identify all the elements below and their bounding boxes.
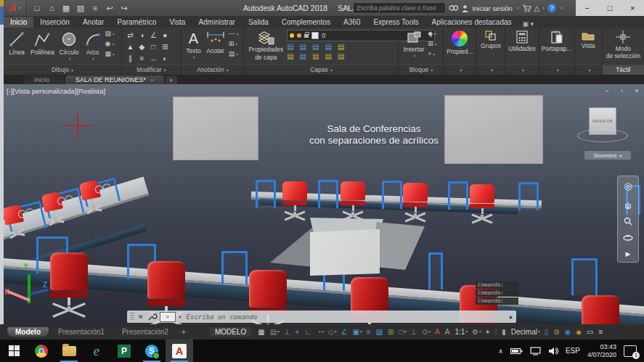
dimension-button[interactable]: Acotar	[205, 30, 227, 55]
circle-button[interactable]: Círculo ▾	[58, 30, 81, 62]
drawing-tab[interactable]: SALA DE REUNIONES*×	[65, 75, 164, 84]
layer-delete-icon[interactable]: ▤	[338, 52, 344, 60]
ribbon-tab[interactable]: Aplicaciones destacadas	[425, 17, 518, 28]
object-snap-icon[interactable]: ▣▾	[353, 329, 362, 336]
layer-lock-icon[interactable]: ▤	[325, 43, 332, 51]
create-block-icon[interactable]: ◆▾	[428, 30, 436, 38]
signin-button[interactable]: Iniciar sesión	[472, 4, 512, 12]
command-expand-icon[interactable]: ▲	[508, 314, 513, 319]
polyline-button[interactable]: Polilínea	[29, 30, 56, 57]
layer-prev-icon[interactable]: ▤	[287, 52, 293, 60]
units-icon[interactable]: ▮	[502, 329, 507, 336]
drawing-tab[interactable]: Inicio	[24, 75, 64, 84]
menu-icon[interactable]: ≡	[599, 329, 604, 336]
revcloud-icon[interactable]: ◉▾	[105, 40, 115, 49]
model-space-button[interactable]: MODELO	[210, 327, 251, 337]
line-button[interactable]: Línea	[7, 30, 27, 57]
polar-tracking-icon[interactable]: ◔▾	[317, 329, 324, 336]
command-input[interactable]	[185, 313, 505, 321]
a360-icon[interactable]: △▾	[534, 4, 545, 12]
ribbon-tab[interactable]: Inicio	[4, 17, 33, 28]
ribbon-tab[interactable]: A360	[337, 17, 367, 28]
erase-icon[interactable]: ●	[160, 30, 171, 41]
insert-block-button[interactable]: Insertar ▾	[402, 30, 425, 59]
layer-state-icon[interactable]: ▤	[300, 52, 306, 60]
layer-match-icon[interactable]: ▤	[338, 43, 344, 51]
new-layout-button[interactable]: +	[178, 328, 189, 336]
fillet-icon[interactable]: □	[148, 41, 159, 52]
stretch-icon[interactable]: ∥	[125, 53, 136, 64]
panel-label-portapapeles[interactable]: ▾	[539, 65, 574, 75]
close-button[interactable]: ×	[621, 0, 644, 16]
new-drawing-tab-button[interactable]: +	[166, 76, 177, 84]
language-indicator[interactable]: ESP	[566, 347, 580, 355]
isolate-objects-icon[interactable]: ⊘	[553, 329, 560, 336]
battery-icon[interactable]	[510, 347, 523, 355]
minimize-button[interactable]: −	[576, 0, 598, 16]
layout-tab[interactable]: Presentación2	[114, 327, 176, 337]
command-customize-wrench-icon[interactable]	[147, 313, 156, 321]
user-icon[interactable]	[461, 4, 469, 12]
panel-label-tactil[interactable]: Táctil	[603, 65, 644, 75]
new-file-icon[interactable]: □	[30, 1, 44, 15]
command-recent-caret-icon[interactable]: ▾	[179, 314, 182, 319]
save-as-icon[interactable]: ▧	[74, 1, 87, 15]
arc-button[interactable]: Arco ▾	[83, 30, 103, 62]
publisher-icon[interactable]: P	[110, 340, 138, 362]
tab-close-icon[interactable]: ×	[150, 77, 154, 83]
search-expand-icon[interactable]: ▶	[346, 5, 350, 11]
help-caret-icon[interactable]: ▾	[561, 6, 563, 10]
workspace-gear-icon[interactable]: ⚙▾	[472, 329, 481, 336]
panel-label-propiedades[interactable]: ▾	[444, 65, 476, 75]
viewport-controls[interactable]: [-][Vista personalizada][Realista]	[7, 87, 105, 95]
dynamic-input-icon[interactable]: +	[295, 329, 301, 336]
volume-icon[interactable]	[548, 347, 558, 355]
file-explorer-icon[interactable]	[55, 340, 83, 362]
maximize-button[interactable]: □	[598, 0, 621, 16]
graphics-performance-icon[interactable]: ◉	[565, 329, 572, 336]
edit-block-icon[interactable]: ⊞▾	[428, 40, 436, 49]
layer-properties-button[interactable]: Propiedades de capa	[247, 30, 285, 62]
command-prompt-icon[interactable]: >	[160, 312, 176, 322]
object-snap-tracking-icon[interactable]: ∠	[341, 329, 349, 336]
infer-constraints-icon[interactable]: ⊥	[284, 329, 291, 336]
leader-icon[interactable]: ―▾	[229, 30, 239, 38]
panel-label-modificar[interactable]: Modificar▾	[122, 65, 181, 75]
named-view-button[interactable]: Sinombre▾	[584, 151, 631, 160]
quick-properties-icon[interactable]: ▯	[545, 329, 550, 336]
layout-tab[interactable]: Presentación1	[50, 327, 113, 337]
viewport-window-buttons[interactable]: − ▫ ×	[605, 87, 644, 94]
layer-walk-icon[interactable]: ▤	[312, 52, 319, 60]
annotation-visibility-icon[interactable]: A	[435, 329, 441, 336]
ribbon-tab[interactable]: Complementos	[275, 17, 337, 28]
show-motion-icon[interactable]: ▶	[626, 250, 631, 258]
network-display-icon[interactable]	[530, 347, 541, 355]
iso-draft-icon[interactable]: ◇▾	[328, 329, 336, 336]
help-icon[interactable]: ?	[547, 4, 556, 12]
hatch-icon[interactable]: ▨▾	[105, 30, 115, 38]
steering-wheel-icon[interactable]: ◎	[624, 181, 632, 192]
object-snap-3d-icon[interactable]: □▾	[399, 329, 406, 336]
array-icon[interactable]: ↔	[148, 53, 159, 64]
panel-label-vista[interactable]: ▾	[575, 65, 602, 75]
clock[interactable]: 03:43 4/07/2020	[587, 343, 616, 359]
separator[interactable]: |	[495, 329, 498, 336]
pan-icon[interactable]	[624, 200, 632, 209]
ribbon-tab[interactable]: Administrar	[192, 17, 242, 28]
panel-label-capas[interactable]: Capas▾	[244, 65, 398, 75]
offset-icon[interactable]: ◐	[160, 53, 171, 64]
help-search-input[interactable]	[353, 2, 446, 14]
ribbon-tab[interactable]: Express Tools	[367, 17, 425, 28]
transparency-icon[interactable]: ▨	[376, 329, 383, 336]
dynamic-ucs-icon[interactable]: ⊥	[410, 329, 417, 336]
ribbon-tab[interactable]: Salida	[242, 17, 275, 28]
layout-tab[interactable]: Modelo	[7, 327, 49, 337]
drawing-viewport[interactable]: Sala de Conferencias con separaciones de…	[4, 84, 644, 324]
table-icon[interactable]: ⊞▾	[229, 40, 239, 49]
ribbon-tab[interactable]: Inserción	[33, 17, 76, 28]
undo-icon[interactable]: ↩	[103, 1, 116, 15]
layer-freeze-icon[interactable]: ▤	[300, 43, 306, 51]
ortho-icon[interactable]: ∟	[304, 329, 312, 336]
annotation-monitor-icon[interactable]: ⊙▾	[422, 329, 431, 336]
viewcube-compass-ring[interactable]	[577, 129, 628, 142]
